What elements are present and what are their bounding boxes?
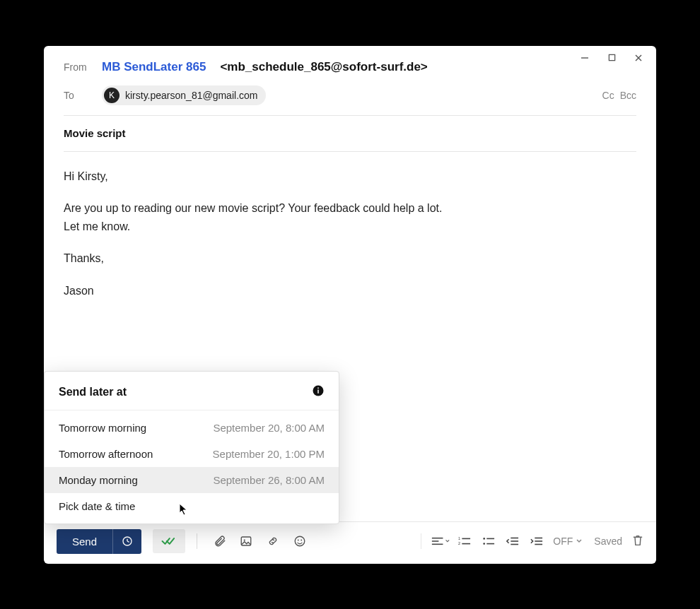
bullet-list-button[interactable] — [479, 533, 498, 549]
sender-name[interactable]: MB SendLater 865 — [102, 60, 206, 74]
minimize-button[interactable] — [580, 53, 590, 63]
outdent-icon — [506, 536, 519, 546]
popover-item-monday-morning[interactable]: Monday morning September 26, 8:00 AM — [45, 467, 339, 493]
chevron-down-icon — [445, 538, 450, 544]
indent-icon — [530, 536, 543, 546]
svg-point-14 — [301, 540, 302, 541]
align-left-icon — [431, 536, 443, 546]
link-icon — [267, 535, 279, 548]
popover-item-time: September 20, 8:00 AM — [213, 422, 325, 434]
svg-rect-10 — [242, 537, 252, 545]
tracking-toggle-label: OFF — [553, 536, 573, 547]
emoji-icon — [293, 535, 306, 548]
svg-rect-1 — [609, 54, 614, 60]
send-later-button[interactable] — [112, 529, 141, 554]
svg-rect-6 — [317, 387, 319, 389]
paperclip-icon — [214, 535, 226, 548]
popover-item-label: Monday morning — [59, 474, 138, 486]
svg-point-23 — [484, 543, 486, 545]
popover-item-label: Pick date & time — [59, 500, 135, 512]
popover-item-tomorrow-morning[interactable]: Tomorrow morning September 20, 8:00 AM — [45, 415, 339, 441]
body-line: Are you up to reading our new movie scri… — [64, 199, 636, 218]
indent-button[interactable] — [527, 533, 546, 549]
format-toolbar: 12 — [421, 533, 549, 549]
body-line: Hi Kirsty, — [64, 167, 636, 186]
compose-window: From MB SendLater 865 <mb_schedule_865@s… — [44, 46, 656, 564]
svg-text:2: 2 — [458, 541, 460, 545]
body-line: Thanks, — [64, 249, 636, 268]
tracking-toggle[interactable]: OFF — [553, 536, 583, 547]
popover-item-time: September 20, 1:00 PM — [213, 448, 325, 460]
image-icon — [240, 535, 252, 548]
chevron-down-icon — [576, 538, 583, 545]
recipient-email: kirsty.pearson_81@gmail.com — [125, 90, 257, 101]
to-row: To K kirsty.pearson_81@gmail.com Cc Bcc — [64, 78, 636, 116]
sender-email: <mb_schedule_865@sofort-surf.de> — [220, 60, 427, 74]
from-label: From — [64, 61, 92, 73]
svg-line-9 — [127, 541, 129, 542]
popover-item-pick-date-time[interactable]: Pick date & time — [45, 493, 339, 519]
bcc-button[interactable]: Bcc — [620, 90, 636, 101]
saved-status: Saved — [594, 536, 622, 547]
popover-item-label: Tomorrow afternoon — [59, 448, 153, 460]
body-line: Let me know. — [64, 218, 636, 236]
numbered-list-button[interactable]: 12 — [455, 533, 474, 549]
double-check-icon — [161, 536, 177, 547]
from-row: From MB SendLater 865 <mb_schedule_865@s… — [64, 56, 636, 78]
to-label: To — [64, 90, 92, 101]
numbered-list-icon: 12 — [458, 536, 471, 546]
bullet-list-icon — [482, 536, 495, 546]
svg-rect-5 — [317, 389, 319, 393]
svg-point-11 — [244, 539, 245, 540]
insert-link-button[interactable] — [266, 533, 280, 549]
track-button[interactable] — [153, 529, 185, 553]
recipient-avatar: K — [104, 88, 119, 103]
discard-button[interactable] — [632, 534, 643, 549]
window-controls — [580, 53, 643, 63]
body-line: Jason — [64, 282, 636, 300]
popover-item-time: September 26, 8:00 AM — [213, 474, 325, 486]
attachment-button[interactable] — [213, 533, 227, 549]
popover-item-tomorrow-afternoon[interactable]: Tomorrow afternoon September 20, 1:00 PM — [45, 441, 339, 467]
subject-text: Movie script — [64, 127, 126, 139]
subject-row[interactable]: Movie script — [64, 116, 636, 152]
svg-point-22 — [484, 538, 486, 540]
insert-image-button[interactable] — [240, 533, 254, 549]
popover-title: Send later at — [59, 386, 127, 398]
compose-toolbar: Send later at Tomorrow morning September… — [44, 521, 656, 564]
svg-point-13 — [297, 540, 298, 541]
insert-emoji-button[interactable] — [293, 533, 307, 549]
toolbar-divider — [197, 533, 197, 549]
info-icon[interactable] — [312, 384, 325, 400]
popover-item-label: Tomorrow morning — [59, 422, 146, 434]
align-button[interactable] — [431, 533, 450, 549]
maximize-button[interactable] — [607, 53, 617, 63]
outdent-button[interactable] — [503, 533, 522, 549]
trash-icon — [632, 534, 643, 547]
svg-point-12 — [295, 536, 305, 546]
popover-list: Tomorrow morning September 20, 8:00 AM T… — [45, 410, 339, 524]
close-button[interactable] — [634, 53, 643, 63]
clock-icon — [122, 536, 133, 547]
send-button[interactable]: Send — [57, 529, 112, 554]
cc-button[interactable]: Cc — [602, 90, 614, 101]
recipient-chip[interactable]: K kirsty.pearson_81@gmail.com — [102, 85, 266, 105]
send-later-popover: Send later at Tomorrow morning September… — [44, 371, 339, 524]
svg-text:1: 1 — [458, 536, 460, 540]
